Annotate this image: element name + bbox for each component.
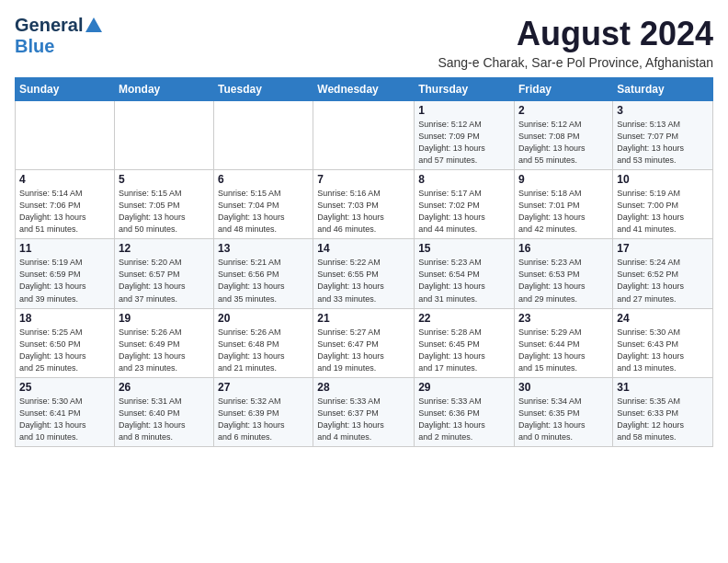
calendar-cell: 6Sunrise: 5:15 AM Sunset: 7:04 PM Daylig… <box>214 170 313 239</box>
day-number: 22 <box>418 312 510 325</box>
calendar-cell: 13Sunrise: 5:21 AM Sunset: 6:56 PM Dayli… <box>214 239 313 308</box>
day-number: 3 <box>617 104 709 117</box>
day-info: Sunrise: 5:21 AM Sunset: 6:56 PM Dayligh… <box>218 257 309 304</box>
calendar-cell: 31Sunrise: 5:35 AM Sunset: 6:33 PM Dayli… <box>613 377 713 446</box>
day-info: Sunrise: 5:23 AM Sunset: 6:53 PM Dayligh… <box>518 257 609 304</box>
day-info: Sunrise: 5:31 AM Sunset: 6:40 PM Dayligh… <box>119 396 210 443</box>
logo-triangle-icon <box>85 17 102 36</box>
calendar-cell: 25Sunrise: 5:30 AM Sunset: 6:41 PM Dayli… <box>16 377 115 446</box>
day-number: 14 <box>317 242 410 255</box>
day-number: 27 <box>218 381 309 394</box>
calendar-cell: 3Sunrise: 5:13 AM Sunset: 7:07 PM Daylig… <box>613 101 713 170</box>
calendar-cell: 21Sunrise: 5:27 AM Sunset: 6:47 PM Dayli… <box>313 308 415 377</box>
weekday-header-thursday: Thursday <box>415 78 515 101</box>
weekday-header-tuesday: Tuesday <box>214 78 313 101</box>
calendar-cell: 22Sunrise: 5:28 AM Sunset: 6:45 PM Dayli… <box>415 308 515 377</box>
day-number: 18 <box>19 312 110 325</box>
weekday-header-wednesday: Wednesday <box>313 78 415 101</box>
day-info: Sunrise: 5:17 AM Sunset: 7:02 PM Dayligh… <box>418 188 510 236</box>
calendar-cell: 29Sunrise: 5:33 AM Sunset: 6:36 PM Dayli… <box>415 377 515 446</box>
calendar-cell: 5Sunrise: 5:15 AM Sunset: 7:05 PM Daylig… <box>114 170 213 239</box>
weekday-header-row: SundayMondayTuesdayWednesdayThursdayFrid… <box>16 78 713 101</box>
day-number: 23 <box>518 312 609 325</box>
day-info: Sunrise: 5:19 AM Sunset: 6:59 PM Dayligh… <box>19 257 110 304</box>
calendar-cell <box>214 101 313 170</box>
day-number: 6 <box>218 173 309 186</box>
calendar-cell: 20Sunrise: 5:26 AM Sunset: 6:48 PM Dayli… <box>214 308 313 377</box>
calendar-cell <box>114 101 213 170</box>
day-number: 25 <box>19 381 110 394</box>
weekday-header-monday: Monday <box>114 78 213 101</box>
month-title: August 2024 <box>438 15 713 53</box>
day-number: 28 <box>317 381 410 394</box>
calendar-cell: 7Sunrise: 5:16 AM Sunset: 7:03 PM Daylig… <box>313 170 415 239</box>
day-info: Sunrise: 5:16 AM Sunset: 7:03 PM Dayligh… <box>317 188 410 236</box>
day-number: 19 <box>119 312 210 325</box>
day-info: Sunrise: 5:12 AM Sunset: 7:09 PM Dayligh… <box>418 119 510 167</box>
weekday-header-friday: Friday <box>515 78 613 101</box>
calendar-cell: 26Sunrise: 5:31 AM Sunset: 6:40 PM Dayli… <box>114 377 213 446</box>
day-info: Sunrise: 5:27 AM Sunset: 6:47 PM Dayligh… <box>317 327 410 374</box>
calendar-table: SundayMondayTuesdayWednesdayThursdayFrid… <box>15 77 713 447</box>
calendar-cell: 8Sunrise: 5:17 AM Sunset: 7:02 PM Daylig… <box>415 170 515 239</box>
day-info: Sunrise: 5:34 AM Sunset: 6:35 PM Dayligh… <box>518 396 609 443</box>
day-number: 29 <box>418 381 510 394</box>
day-number: 5 <box>119 173 210 186</box>
calendar-cell <box>16 101 115 170</box>
day-number: 13 <box>218 242 309 255</box>
day-info: Sunrise: 5:29 AM Sunset: 6:44 PM Dayligh… <box>518 327 609 374</box>
calendar-cell: 16Sunrise: 5:23 AM Sunset: 6:53 PM Dayli… <box>515 239 613 308</box>
weekday-header-sunday: Sunday <box>16 78 115 101</box>
day-number: 10 <box>617 173 709 186</box>
day-number: 11 <box>19 242 110 255</box>
day-number: 17 <box>617 242 709 255</box>
logo: General Blue <box>15 15 102 57</box>
calendar-cell: 1Sunrise: 5:12 AM Sunset: 7:09 PM Daylig… <box>415 101 515 170</box>
day-info: Sunrise: 5:19 AM Sunset: 7:00 PM Dayligh… <box>617 188 709 236</box>
day-number: 26 <box>119 381 210 394</box>
calendar-cell: 24Sunrise: 5:30 AM Sunset: 6:43 PM Dayli… <box>613 308 713 377</box>
day-number: 30 <box>518 381 609 394</box>
day-info: Sunrise: 5:30 AM Sunset: 6:41 PM Dayligh… <box>19 396 110 443</box>
day-info: Sunrise: 5:30 AM Sunset: 6:43 PM Dayligh… <box>617 327 709 374</box>
day-number: 8 <box>418 173 510 186</box>
calendar-cell: 14Sunrise: 5:22 AM Sunset: 6:55 PM Dayli… <box>313 239 415 308</box>
day-number: 16 <box>518 242 609 255</box>
day-number: 12 <box>119 242 210 255</box>
calendar-cell: 11Sunrise: 5:19 AM Sunset: 6:59 PM Dayli… <box>16 239 115 308</box>
calendar-week-1: 1Sunrise: 5:12 AM Sunset: 7:09 PM Daylig… <box>16 101 713 170</box>
calendar-cell <box>313 101 415 170</box>
calendar-cell: 30Sunrise: 5:34 AM Sunset: 6:35 PM Dayli… <box>515 377 613 446</box>
calendar-cell: 27Sunrise: 5:32 AM Sunset: 6:39 PM Dayli… <box>214 377 313 446</box>
day-info: Sunrise: 5:24 AM Sunset: 6:52 PM Dayligh… <box>617 257 709 304</box>
calendar-week-5: 25Sunrise: 5:30 AM Sunset: 6:41 PM Dayli… <box>16 377 713 446</box>
day-number: 15 <box>418 242 510 255</box>
day-info: Sunrise: 5:25 AM Sunset: 6:50 PM Dayligh… <box>19 327 110 374</box>
day-number: 2 <box>518 104 609 117</box>
day-info: Sunrise: 5:14 AM Sunset: 7:06 PM Dayligh… <box>19 188 110 236</box>
calendar-cell: 23Sunrise: 5:29 AM Sunset: 6:44 PM Dayli… <box>515 308 613 377</box>
calendar-cell: 19Sunrise: 5:26 AM Sunset: 6:49 PM Dayli… <box>114 308 213 377</box>
day-info: Sunrise: 5:13 AM Sunset: 7:07 PM Dayligh… <box>617 119 709 167</box>
calendar-cell: 17Sunrise: 5:24 AM Sunset: 6:52 PM Dayli… <box>613 239 713 308</box>
day-info: Sunrise: 5:20 AM Sunset: 6:57 PM Dayligh… <box>119 257 210 304</box>
calendar-week-3: 11Sunrise: 5:19 AM Sunset: 6:59 PM Dayli… <box>16 239 713 308</box>
location-subtitle: Sang-e Charak, Sar-e Pol Province, Afgha… <box>438 55 713 70</box>
logo-general: General <box>15 15 83 36</box>
day-number: 1 <box>418 104 510 117</box>
weekday-header-saturday: Saturday <box>613 78 713 101</box>
day-info: Sunrise: 5:26 AM Sunset: 6:49 PM Dayligh… <box>119 327 210 374</box>
day-number: 9 <box>518 173 609 186</box>
calendar-week-4: 18Sunrise: 5:25 AM Sunset: 6:50 PM Dayli… <box>16 308 713 377</box>
day-info: Sunrise: 5:15 AM Sunset: 7:04 PM Dayligh… <box>218 188 309 236</box>
title-area: August 2024 Sang-e Charak, Sar-e Pol Pro… <box>438 15 713 70</box>
day-number: 20 <box>218 312 309 325</box>
day-number: 4 <box>19 173 110 186</box>
day-info: Sunrise: 5:33 AM Sunset: 6:37 PM Dayligh… <box>317 396 410 443</box>
calendar-cell: 2Sunrise: 5:12 AM Sunset: 7:08 PM Daylig… <box>515 101 613 170</box>
calendar-week-2: 4Sunrise: 5:14 AM Sunset: 7:06 PM Daylig… <box>16 170 713 239</box>
page-header: General Blue August 2024 Sang-e Charak, … <box>15 15 713 70</box>
calendar-cell: 9Sunrise: 5:18 AM Sunset: 7:01 PM Daylig… <box>515 170 613 239</box>
svg-marker-0 <box>85 17 102 32</box>
logo-blue: Blue <box>15 36 54 56</box>
